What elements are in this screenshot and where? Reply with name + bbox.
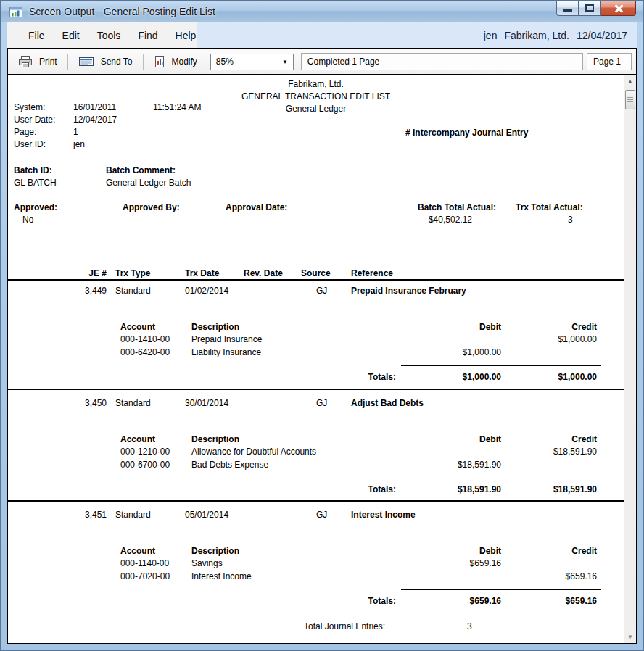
menu-items: File Edit Tools Find Help	[7, 22, 197, 48]
line-debit: $18,591.90	[391, 460, 501, 470]
user-date-label: User Date:	[14, 115, 55, 125]
chart-page-icon	[154, 55, 165, 68]
totals-label: Totals:	[322, 596, 396, 606]
menu-edit[interactable]: Edit	[55, 27, 87, 44]
totals-rule	[401, 589, 601, 590]
vertical-scrollbar[interactable]: ▲ ▼	[624, 75, 636, 643]
line-credit: $659.16	[487, 571, 597, 581]
journal-entry: 3,449 Standard 01/02/2014 GJ Prepaid Ins…	[8, 286, 624, 384]
line-debit: $1,000.00	[391, 347, 501, 357]
col-reference: Reference	[351, 268, 393, 278]
entry-separator	[8, 389, 624, 390]
page-value: 1	[73, 127, 78, 137]
line-debit: $659.16	[391, 558, 501, 568]
status-field: Completed 1 Page	[301, 53, 583, 70]
triangle-down-icon: ▼	[627, 634, 633, 640]
report-title: GENERAL TRANSACTION EDIT LIST	[8, 91, 624, 101]
user-id-value: jen	[73, 139, 85, 149]
totals-debit: $1,000.00	[391, 372, 501, 382]
trx-type: Standard	[115, 398, 151, 408]
col-rev-date: Rev. Date	[244, 268, 283, 278]
footer-label: Total Journal Entries:	[304, 621, 385, 631]
scroll-down-button[interactable]: ▼	[624, 631, 636, 643]
detail-col-debit: Debit	[391, 546, 501, 556]
maximize-icon	[585, 4, 594, 12]
window-controls	[556, 1, 636, 16]
trx-date: 05/01/2014	[185, 510, 228, 520]
current-date: 12/04/2017	[577, 30, 627, 41]
totals-label: Totals:	[322, 372, 396, 382]
line-description: Allowance for Doubtful Accounts	[191, 447, 316, 457]
maximize-button[interactable]	[579, 1, 601, 16]
chevron-down-icon: ▼	[282, 59, 288, 65]
detail-col-account: Account	[120, 434, 155, 444]
modify-button[interactable]: Modify	[148, 53, 203, 70]
approved-label: Approved:	[14, 202, 57, 212]
trx-type: Standard	[115, 510, 151, 520]
zoom-value: 85%	[216, 57, 234, 67]
close-button[interactable]	[601, 1, 636, 16]
batch-total-value: $40,502.12	[338, 215, 472, 225]
menu-file[interactable]: File	[21, 27, 52, 44]
scroll-up-button[interactable]: ▲	[624, 75, 636, 88]
current-user: jen	[484, 30, 498, 41]
menu-find[interactable]: Find	[131, 27, 165, 44]
footer-rule	[8, 615, 624, 615]
totals-debit: $659.16	[391, 596, 501, 606]
menu-tools[interactable]: Tools	[90, 27, 128, 44]
modify-label: Modify	[172, 57, 197, 67]
reference: Prepaid Insurance February	[351, 286, 466, 296]
col-trx-date: Trx Date	[185, 268, 219, 278]
totals-rule	[401, 365, 601, 366]
zoom-dropdown[interactable]: 85% ▼	[210, 54, 294, 70]
header-rule	[8, 279, 624, 281]
je-number: 3,451	[50, 510, 107, 520]
system-time: 11:51:24 AM	[153, 102, 202, 112]
reference: Interest Income	[351, 510, 416, 520]
user-date-value: 12/04/2017	[73, 115, 117, 125]
scrollbar-thumb[interactable]	[625, 90, 635, 109]
user-info: jen Fabrikam, Ltd. 12/04/2017	[197, 22, 637, 48]
journal-entry: 3,450 Standard 30/01/2014 GJ Adjust Bad …	[8, 398, 624, 497]
intercompany-note: # Intercompany Journal Entry	[405, 128, 528, 138]
trx-date: 01/02/2014	[185, 286, 228, 296]
thumb-grip	[627, 101, 633, 102]
report-viewport: Fabrikam, Ltd. GENERAL TRANSACTION EDIT …	[7, 75, 637, 644]
detail-col-credit: Credit	[487, 546, 597, 556]
print-label: Print	[39, 57, 57, 67]
line-credit: $1,000.00	[487, 334, 597, 344]
line-description: Interest Income	[191, 571, 252, 581]
footer-value: 3	[467, 621, 472, 631]
line-credit: $18,591.90	[487, 447, 597, 457]
entry-separator	[8, 500, 624, 502]
minimize-icon	[563, 9, 572, 12]
user-id-label: User ID:	[14, 139, 46, 149]
journal-entry: 3,451 Standard 05/01/2014 GJ Interest In…	[8, 510, 624, 608]
line-account: 000-1410-00	[120, 334, 170, 344]
batch-comment-label: Batch Comment:	[106, 165, 176, 175]
detail-col-debit: Debit	[391, 322, 501, 332]
line-account: 000-1210-00	[120, 447, 170, 457]
totals-credit: $1,000.00	[487, 372, 597, 382]
report-company: Fabrikam, Ltd.	[8, 79, 624, 89]
totals-rule	[401, 478, 601, 478]
trx-total-value: 3	[568, 215, 573, 225]
send-to-button[interactable]: Send To	[73, 54, 139, 70]
minimize-button[interactable]	[556, 1, 579, 16]
batch-comment-value: General Ledger Batch	[106, 178, 191, 188]
source: GJ	[316, 510, 327, 520]
detail-col-credit: Credit	[487, 434, 597, 444]
status-text: Completed 1 Page	[307, 57, 379, 67]
thumb-grip	[627, 97, 633, 98]
detail-col-account: Account	[120, 322, 155, 332]
line-account: 000-7020-00	[120, 571, 170, 581]
totals-credit: $18,591.90	[487, 484, 597, 494]
titlebar[interactable]: Screen Output - General Posting Edit Lis…	[1, 1, 643, 22]
app-icon	[9, 7, 22, 17]
line-account: 000-6700-00	[120, 460, 170, 470]
page-indicator-text: Page 1	[593, 57, 621, 67]
send-to-label: Send To	[101, 57, 133, 67]
print-button[interactable]: Print	[12, 53, 63, 70]
totals-credit: $659.16	[487, 596, 597, 606]
detail-col-account: Account	[120, 546, 155, 556]
